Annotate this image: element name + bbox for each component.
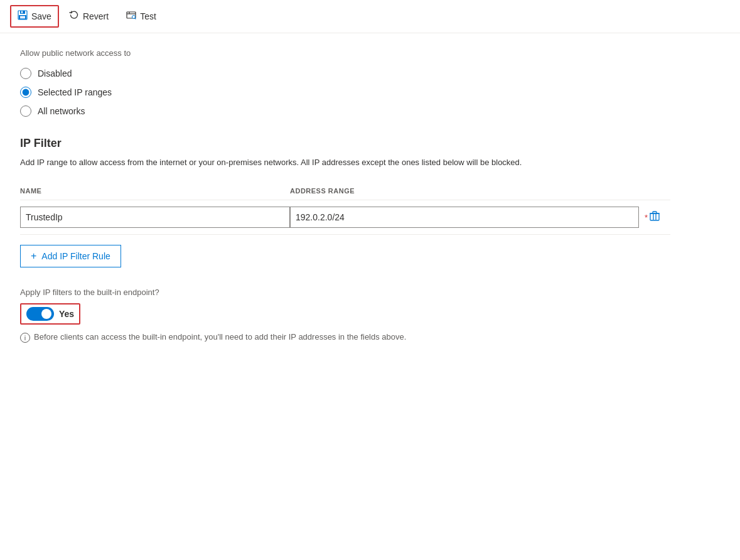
delete-cell xyxy=(639,200,670,235)
radio-all-networks-input[interactable] xyxy=(20,105,31,117)
main-content: Allow public network access to Disabled … xyxy=(0,33,690,358)
col-header-name: NAME xyxy=(20,182,290,200)
apply-filter-label: Apply IP filters to the built-in endpoin… xyxy=(20,288,670,297)
test-icon xyxy=(126,10,136,23)
radio-disabled-input[interactable] xyxy=(20,68,31,79)
radio-all-networks[interactable]: All networks xyxy=(20,105,670,117)
radio-disabled-label: Disabled xyxy=(38,68,72,78)
table-row: * * xyxy=(20,200,670,235)
name-input[interactable] xyxy=(20,207,290,228)
add-ip-filter-button[interactable]: + Add IP Filter Rule xyxy=(20,245,121,267)
ip-filter-table: NAME ADDRESS RANGE * * xyxy=(20,182,670,235)
info-text: Before clients can access the built-in e… xyxy=(34,332,406,342)
add-ip-filter-icon: + xyxy=(31,250,36,262)
radio-all-networks-label: All networks xyxy=(38,106,85,116)
address-input-wrapper: * xyxy=(290,207,639,228)
info-icon: i xyxy=(20,333,30,343)
toggle-container: Yes xyxy=(20,303,80,325)
network-access-radio-group: Disabled Selected IP ranges All networks xyxy=(20,68,670,117)
add-ip-filter-label: Add IP Filter Rule xyxy=(41,251,110,261)
radio-selected-ip[interactable]: Selected IP ranges xyxy=(20,87,670,98)
address-required-star: * xyxy=(645,213,648,222)
svg-line-8 xyxy=(135,18,136,19)
revert-label: Revert xyxy=(83,11,109,21)
save-icon xyxy=(18,10,28,23)
trash-icon xyxy=(649,210,660,222)
test-button[interactable]: Test xyxy=(119,5,164,28)
name-input-wrapper: * xyxy=(20,207,290,228)
address-cell: * xyxy=(290,200,639,235)
svg-rect-2 xyxy=(21,11,23,14)
radio-selected-ip-label: Selected IP ranges xyxy=(38,87,112,97)
info-row: i Before clients can access the built-in… xyxy=(20,332,510,343)
revert-button[interactable]: Revert xyxy=(62,5,116,28)
test-label: Test xyxy=(140,11,156,21)
ip-filter-description: Add IP range to allow access from the in… xyxy=(20,158,585,167)
save-label: Save xyxy=(31,11,51,21)
svg-rect-4 xyxy=(20,16,25,19)
name-cell: * xyxy=(20,200,290,235)
save-button[interactable]: Save xyxy=(10,5,59,28)
delete-row-button[interactable] xyxy=(646,208,663,227)
toggle-slider xyxy=(26,307,54,321)
toggle-value-label: Yes xyxy=(59,309,74,319)
network-access-label: Allow public network access to xyxy=(20,48,670,58)
revert-icon xyxy=(69,10,79,23)
toolbar: Save Revert Test xyxy=(0,0,740,33)
radio-disabled[interactable]: Disabled xyxy=(20,68,670,79)
col-header-address: ADDRESS RANGE xyxy=(290,182,639,200)
toggle-row: Yes xyxy=(20,303,670,325)
radio-selected-ip-input[interactable] xyxy=(20,87,31,98)
ip-filter-title: IP Filter xyxy=(20,137,670,150)
address-input[interactable] xyxy=(290,207,639,228)
apply-filter-toggle[interactable] xyxy=(26,307,54,321)
svg-rect-9 xyxy=(650,213,659,220)
